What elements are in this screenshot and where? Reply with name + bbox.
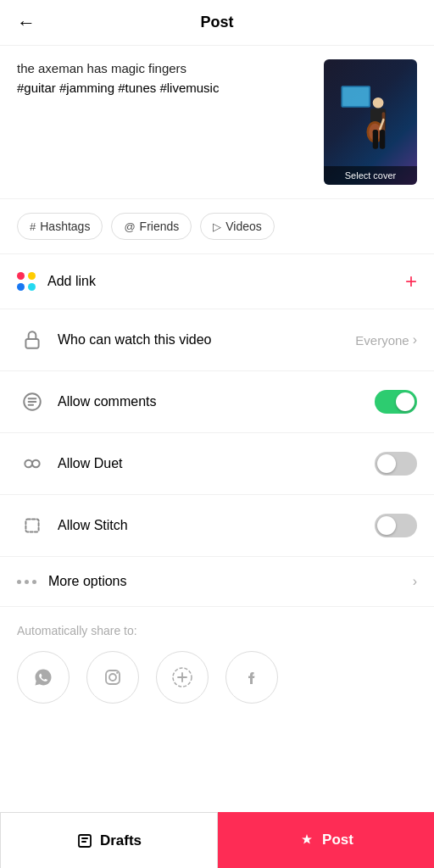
svg-rect-24 bbox=[81, 837, 88, 839]
post-icon bbox=[298, 832, 315, 849]
comments-icon bbox=[17, 387, 47, 417]
svg-rect-16 bbox=[25, 519, 38, 531]
svg-rect-2 bbox=[342, 87, 369, 106]
who-can-watch-value: Everyone bbox=[355, 333, 409, 348]
share-section: Automatically share to: bbox=[0, 607, 434, 717]
svg-point-15 bbox=[32, 460, 40, 468]
more-options-chevron-icon: › bbox=[413, 574, 417, 589]
select-cover-button[interactable]: Select cover bbox=[324, 166, 417, 185]
description-section: the axeman has magic fingers #guitar #ja… bbox=[0, 46, 434, 199]
play-icon: ▷ bbox=[213, 220, 221, 233]
friends-button[interactable]: @ Friends bbox=[111, 213, 192, 240]
facebook-share-button[interactable] bbox=[225, 651, 278, 704]
svg-rect-10 bbox=[373, 130, 378, 149]
stitch-icon bbox=[17, 510, 47, 541]
bottom-bar: Drafts Post bbox=[0, 812, 434, 868]
who-can-watch-row[interactable]: Who can watch this video Everyone › bbox=[0, 309, 434, 371]
who-can-watch-chevron: › bbox=[413, 332, 417, 348]
hashtags-text: #guitar #jamming #tunes #livemusic bbox=[17, 81, 219, 95]
svg-point-20 bbox=[116, 672, 118, 674]
drafts-icon bbox=[76, 832, 93, 849]
svg-point-19 bbox=[109, 674, 116, 681]
tags-section: # Hashtags @ Friends ▷ Videos bbox=[0, 199, 434, 254]
svg-rect-25 bbox=[81, 841, 86, 843]
toggle-knob bbox=[396, 392, 415, 411]
whatsapp-share-button[interactable] bbox=[17, 651, 70, 704]
allow-duet-label: Allow Duet bbox=[58, 456, 375, 471]
post-label: Post bbox=[322, 832, 353, 849]
add-link-plus-icon: + bbox=[405, 270, 417, 293]
add-link-label: Add link bbox=[47, 274, 405, 289]
allow-stitch-label: Allow Stitch bbox=[58, 518, 375, 533]
header: ← Post bbox=[0, 0, 434, 46]
allow-duet-row: Allow Duet bbox=[0, 433, 434, 495]
page-title: Post bbox=[200, 14, 233, 31]
more-options-label: More options bbox=[48, 574, 413, 589]
allow-stitch-row: Allow Stitch bbox=[0, 495, 434, 557]
svg-rect-12 bbox=[25, 339, 38, 348]
toggle-knob bbox=[377, 516, 396, 535]
lock-icon bbox=[17, 325, 47, 355]
duet-icon bbox=[17, 448, 47, 479]
svg-point-3 bbox=[373, 97, 384, 108]
share-label: Automatically share to: bbox=[17, 624, 417, 637]
allow-comments-label: Allow comments bbox=[58, 394, 375, 409]
videos-button[interactable]: ▷ Videos bbox=[200, 213, 275, 240]
add-link-icon bbox=[17, 272, 36, 291]
friends-label: Friends bbox=[140, 220, 180, 233]
videos-label: Videos bbox=[225, 220, 262, 233]
description-main: the axeman has magic fingers bbox=[17, 61, 186, 75]
hashtags-button[interactable]: # Hashtags bbox=[17, 213, 103, 240]
more-options-dots-icon bbox=[17, 580, 36, 584]
hashtag-icon: # bbox=[30, 220, 36, 233]
description-text[interactable]: the axeman has magic fingers #guitar #ja… bbox=[17, 59, 310, 185]
hashtags-label: Hashtags bbox=[40, 220, 90, 233]
video-thumbnail[interactable]: Select cover bbox=[324, 59, 417, 185]
share-icons-row bbox=[17, 651, 417, 704]
more-options-row[interactable]: More options › bbox=[0, 557, 434, 607]
allow-duet-toggle[interactable] bbox=[375, 452, 417, 476]
back-button[interactable]: ← bbox=[17, 12, 36, 34]
allow-stitch-toggle[interactable] bbox=[375, 514, 417, 537]
add-link-section[interactable]: Add link + bbox=[0, 254, 434, 309]
allow-comments-toggle[interactable] bbox=[375, 390, 417, 414]
tiktok-share-button[interactable] bbox=[156, 651, 209, 704]
svg-rect-11 bbox=[380, 130, 385, 149]
toggle-knob bbox=[377, 454, 396, 473]
drafts-button[interactable]: Drafts bbox=[0, 812, 218, 868]
allow-comments-row: Allow comments bbox=[0, 371, 434, 433]
drafts-label: Drafts bbox=[100, 832, 142, 849]
at-icon: @ bbox=[124, 220, 135, 233]
instagram-share-button[interactable] bbox=[86, 651, 139, 704]
who-can-watch-label: Who can watch this video bbox=[58, 332, 355, 348]
svg-point-14 bbox=[25, 460, 32, 468]
post-button[interactable]: Post bbox=[218, 812, 434, 868]
